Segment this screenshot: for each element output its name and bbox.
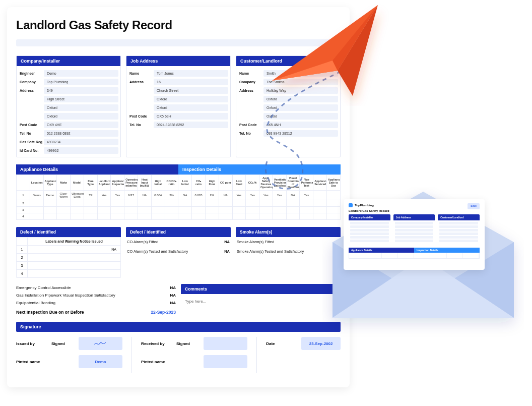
field-label: Name [238,72,262,75]
divider [131,337,132,373]
field-value: Oxford [263,113,338,120]
table-header: Location [30,175,43,191]
field-row: Tel. No012 2388 0892 [19,129,118,138]
table-header [17,175,30,191]
list-item: Smoke Alarm(s) Tested and Satisfactory [236,247,341,256]
list-item: Smoke Alarm(s) Fitted [236,237,341,247]
field-label: Tel. No [19,132,43,135]
smoke-rows: Smoke Alarm(s) FittedSmoke Alarm(s) Test… [236,237,341,256]
field-row: AddressHoliday Way [238,86,338,95]
field-label: Post Code [238,123,262,127]
spacer [16,39,341,46]
inspection-due-value: 22-Sep-2023 [151,310,176,315]
thumb-card: Company/Installer [349,214,390,245]
issued-printed-name-box[interactable]: Demo [79,355,122,368]
field-row: Post CodeoX5 4NH [238,121,338,129]
info-cards-row: Company/Installer EngineerDemoCompanyTop… [16,55,341,157]
field-row: High Street [19,95,118,103]
field-label: Address [238,89,262,92]
table-row: 3 [17,262,121,270]
thumb-appliance-right: Inspection Details [414,248,480,253]
received-by-label: Received by [141,341,169,346]
field-label: Name [128,72,153,75]
comments-card: Comments Type here... [181,284,341,316]
field-row: CompanyTop Plumbing [19,78,118,86]
signature-squiggle-icon [94,340,108,347]
issued-signature-box[interactable] [79,337,122,350]
signature-header: Signature [16,322,341,332]
field-label: Engineer [19,72,43,75]
table-row: 4 [17,213,341,220]
field-row: Gas Safe Reg4938234 [19,138,118,146]
table-header: Low Final [232,175,246,191]
thumb-appliance-left: Appliance Details [349,248,414,253]
field-value: OX5 63H [154,113,228,120]
field-value: Smith [263,70,338,77]
received-by-column: Received by Signed Pinted name [141,337,247,373]
field-value: Oxford [154,96,228,102]
field-row: Tel. No0924 82838 8292 [128,121,228,129]
table-header: Appliance Inspected [111,175,124,191]
table-header: Appliance Type [43,175,57,191]
inspection-details-header: Inspection Details [178,164,341,175]
smoke-header: Smoke Alarm(s) [236,227,341,237]
job-header: Job Address [126,56,230,66]
table-row: 2 [17,254,121,262]
field-label: Post Code [19,123,43,127]
signature-row: Issued by Signed Pinted name Demo Receiv… [16,337,341,373]
table-header: Model [71,175,84,191]
received-signature-box[interactable] [204,337,247,350]
field-value: Holiday Way [263,87,338,94]
printed-name-label-2: Pinted name [141,360,169,364]
comments-header: Comments [181,284,341,294]
field-value: 0924 82838 8292 [154,122,228,128]
company-installer-card: Company/Installer EngineerDemoCompanyTop… [16,55,121,157]
defect-identified-card-1: Defect / Identified Labels and Warning N… [16,227,121,278]
table-header: Landlord Appliance [97,175,111,191]
field-label: Tel. No [128,123,153,127]
document-card: Landlord Gas Safety Record Company/Insta… [7,7,350,387]
table-header: Flue Performance Test [300,175,313,191]
table-header: Appl. Safety Devices Operating [259,175,273,191]
thumb-table [349,253,480,259]
thumb-logo-icon [349,203,353,207]
issued-by-label: Issued by [16,341,44,346]
appliance-details-header: Appliance Details [16,164,178,175]
table-header: Make [57,175,71,191]
signed-label-2: Signed [176,341,196,346]
date-value-box[interactable]: 23-Sep-2002 [301,337,341,350]
comments-input[interactable]: Type here... [181,294,341,309]
table-header: Heat Input btu/kW [138,175,152,191]
field-value: oX5 4NH [263,122,338,128]
thumb-brand: TopPlumbing [349,203,374,207]
field-row: Oxford [238,95,338,103]
smoke-alarm-card: Smoke Alarm(s) Smoke Alarm(s) FittedSmok… [236,227,341,278]
date-label: Date [266,341,294,346]
table-header: Operating Pressure mbar/kw [124,175,138,191]
thumb-card: Job Address [393,214,435,245]
table-row: 1DemoDemoGlow-WormUltracom ElectTFYesYes… [17,191,341,200]
field-value: 349 [44,87,118,94]
table-header: Visual Condition of Flue/Termination [286,175,300,191]
date-column: Date 23-Sep-2002 [266,337,341,373]
thumb-card: Customer/Landlord [438,214,480,245]
field-row: EngineerDemo [19,69,118,78]
table-header: Appliance Safe to Use [326,175,340,191]
field-label: Post Code [128,114,153,118]
field-value: 4938234 [44,139,118,145]
next-inspection-due: Next Inspection Due on or Before 22-Sep-… [16,307,176,316]
field-value: Oxford [263,96,338,102]
field-label: Address [128,80,153,84]
printed-name-label-1: Pinted name [16,360,44,364]
field-value: Oxford [44,113,118,120]
appliance-inspection-table: LocationAppliance TypeMakeModelFlue Type… [16,175,341,220]
table-header: Appliance Serviced [313,175,327,191]
field-label: Gas Safe Reg [19,140,43,144]
field-row: Post CodeOX9 4HE [19,121,118,129]
field-row: NameTom Jones [128,69,228,78]
field-row: Address349 [19,86,118,95]
thumb-save-button: Save [468,203,480,209]
received-printed-name-box[interactable] [204,355,247,368]
field-value: High Street [44,96,118,102]
field-value: The Smiths [263,79,338,85]
